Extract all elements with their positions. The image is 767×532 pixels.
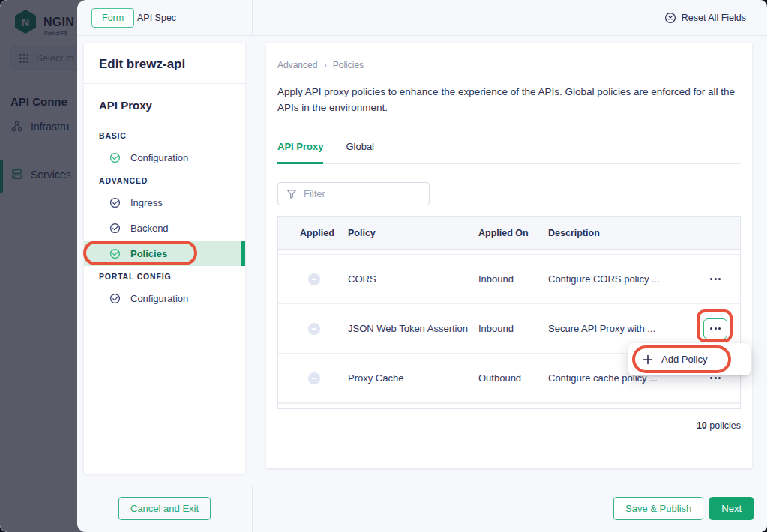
policies-count-number: 10 bbox=[697, 420, 707, 431]
group-heading-basic: BASIC bbox=[99, 131, 230, 140]
policies-content-card: Advanced › Policies Apply API proxy poli… bbox=[266, 43, 752, 468]
filter-input[interactable] bbox=[304, 188, 416, 199]
column-applied: Applied bbox=[300, 228, 348, 238]
check-circle-icon bbox=[109, 197, 121, 208]
panel-section-title: API Proxy bbox=[99, 99, 230, 112]
applied-toggle-icon[interactable] bbox=[308, 323, 348, 335]
filter-field[interactable] bbox=[277, 182, 430, 205]
check-circle-icon bbox=[109, 248, 121, 259]
row-actions-popup: Add Policy bbox=[628, 343, 751, 375]
applied-toggle-icon[interactable] bbox=[308, 273, 348, 285]
filter-funnel-icon bbox=[286, 189, 297, 199]
reset-all-fields-button[interactable]: Reset All Fields bbox=[664, 0, 746, 36]
modal-footer: Cancel and Exit Save & Publish Next bbox=[77, 486, 767, 532]
modal-topbar: Form API Spec Reset All Fields bbox=[77, 0, 767, 36]
column-policy: Policy bbox=[348, 228, 478, 238]
column-description: Description bbox=[548, 228, 691, 238]
table-header: Applied Policy Applied On Description bbox=[278, 217, 740, 250]
policies-table: Applied Policy Applied On Description CO… bbox=[277, 216, 741, 409]
edit-api-modal: Form API Spec Reset All Fields Edit brew… bbox=[77, 0, 767, 532]
table-scroll-strip bbox=[278, 250, 740, 255]
cell-description: Configure CORS policy ... bbox=[548, 273, 691, 285]
wizard-step-label: Configuration bbox=[130, 293, 188, 304]
table-bottom-strip bbox=[278, 403, 740, 408]
plus-icon bbox=[643, 354, 653, 365]
row-actions-menu-button-active[interactable] bbox=[703, 318, 727, 339]
wizard-step-label: Configuration bbox=[130, 152, 188, 163]
footer-divider bbox=[252, 486, 253, 532]
cell-policy: CORS bbox=[348, 273, 478, 286]
wizard-step-backend[interactable]: Backend bbox=[84, 215, 245, 241]
table-row: CORS Inbound Configure CORS policy ... bbox=[278, 255, 740, 304]
breadcrumb: Advanced › Policies bbox=[277, 59, 364, 70]
wizard-step-configuration-basic[interactable]: Configuration bbox=[84, 145, 245, 170]
check-circle-icon bbox=[109, 152, 121, 163]
group-heading-advanced: ADVANCED bbox=[99, 176, 230, 185]
policies-count: 10 policies bbox=[697, 420, 741, 431]
applied-toggle-icon[interactable] bbox=[308, 372, 348, 384]
cell-applied-on: Inbound bbox=[478, 273, 548, 285]
column-applied-on: Applied On bbox=[478, 228, 548, 238]
wizard-panel: Edit brewz-api API Proxy BASIC Configura… bbox=[84, 43, 245, 474]
topbar-divider bbox=[252, 0, 253, 36]
tab-global-policies[interactable]: Global bbox=[346, 139, 374, 164]
cell-policy: Proxy Cache bbox=[348, 372, 478, 385]
cell-applied-on: Outbound bbox=[478, 372, 548, 384]
group-heading-portal-config: PORTAL CONFIG bbox=[99, 272, 230, 281]
wizard-step-label: Backend bbox=[130, 223, 169, 234]
check-circle-icon bbox=[109, 223, 121, 234]
policies-description: Apply API proxy policies to enhance the … bbox=[277, 85, 742, 116]
screen: N NGIN Part of F5 Select m API Conne Inf… bbox=[0, 0, 767, 532]
reset-circle-x-icon bbox=[664, 12, 676, 24]
cell-policy: JSON Web Token Assertion bbox=[348, 322, 478, 336]
reset-label: Reset All Fields bbox=[682, 13, 746, 23]
tab-api-spec[interactable]: API Spec bbox=[137, 0, 176, 36]
breadcrumb-parent[interactable]: Advanced bbox=[277, 60, 317, 70]
breadcrumb-current: Policies bbox=[333, 60, 364, 70]
wizard-step-configuration-portal[interactable]: Configuration bbox=[84, 285, 245, 311]
check-circle-icon bbox=[109, 293, 121, 304]
save-and-publish-button[interactable]: Save & Publish bbox=[613, 497, 703, 520]
add-policy-menu-item[interactable]: Add Policy bbox=[661, 354, 707, 365]
cancel-and-exit-button[interactable]: Cancel and Exit bbox=[118, 497, 211, 520]
policy-scope-tabs: API Proxy Global bbox=[277, 139, 741, 164]
wizard-step-ingress[interactable]: Ingress bbox=[84, 190, 245, 215]
row-actions-menu-icon[interactable] bbox=[707, 273, 724, 285]
modal-title: Edit brewz-api bbox=[84, 43, 245, 84]
wizard-step-policies[interactable]: Policies bbox=[84, 241, 245, 266]
policies-count-label: policies bbox=[709, 420, 741, 431]
tab-api-proxy-policies[interactable]: API Proxy bbox=[277, 139, 323, 164]
wizard-step-label: Policies bbox=[130, 248, 167, 259]
next-button[interactable]: Next bbox=[709, 497, 754, 520]
chevron-right-icon: › bbox=[323, 59, 326, 70]
wizard-step-label: Ingress bbox=[130, 197, 163, 208]
tab-form[interactable]: Form bbox=[91, 8, 134, 28]
cell-description: Secure API Proxy with ... bbox=[548, 323, 691, 334]
cell-applied-on: Inbound bbox=[478, 323, 548, 334]
